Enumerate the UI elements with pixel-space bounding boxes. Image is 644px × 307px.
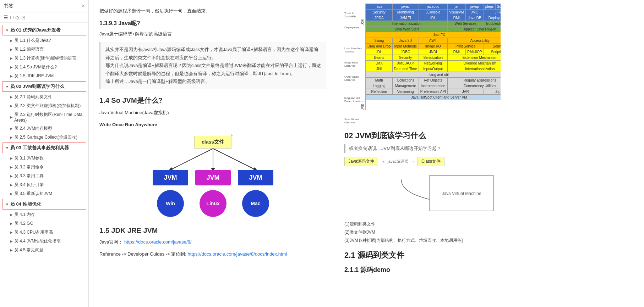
- toolbar-icon-1[interactable]: ☰: [4, 15, 8, 20]
- svg-text:Win: Win: [166, 201, 175, 206]
- bullet-icon: ▶: [10, 239, 13, 243]
- sidebar-item-3-1[interactable]: ▶员 3.1 JVM参数: [2, 154, 86, 163]
- desc-193: Java属于编译型+解释型的高级语言: [99, 30, 326, 38]
- sidebar-item-1-2[interactable]: ▶员 1.2 编程语言: [2, 45, 86, 54]
- sidebar-item-section-01[interactable]: ▼ 员 01 优秀的Java开发者: [2, 25, 86, 35]
- bullet-icon: ▶: [10, 213, 13, 217]
- jvm-box-text: Java Virtual Machine: [442, 191, 481, 196]
- sidebar-item-section-02[interactable]: ▼ 员 02 JVM到底该学习什么: [2, 81, 86, 92]
- table-cell: javac: [392, 4, 419, 10]
- sidebar-item-4-1[interactable]: ▶员 4.1 内存: [2, 210, 86, 219]
- sidebar-item-4-3[interactable]: ▶员 4.3 CPU占用率高: [2, 228, 86, 237]
- table-cell: Java HotSpot Client and Server VM: [366, 95, 501, 100]
- sidebar-item-section-03[interactable]: ▼ 员 03 工欲善其事必先利其器: [2, 143, 86, 153]
- table-cell: Deployment: [484, 15, 501, 21]
- sidebar-item-4-4[interactable]: ▶员 4.4 JVM性能优化指南: [2, 237, 86, 246]
- table-cell: Java DB: [465, 15, 484, 21]
- flow-diagram: Java源码文件 → javac编译器 → Class文件: [344, 157, 501, 166]
- sidebar-item-section-04[interactable]: ▼ 员 04 性能优化: [2, 199, 86, 210]
- reference-url-link[interactable]: https://docs.oracle.com/javase/8/docs/in…: [188, 251, 287, 257]
- bullet-icon: ▶: [10, 192, 13, 196]
- close-icon[interactable]: ×: [82, 3, 85, 9]
- table-cell: RMI: [447, 49, 465, 55]
- nav-section-02: ▼ 员 02 JVM到底该学习什么 ▶员 2.1 源码到类文件 ▶员 2.2 类…: [2, 81, 86, 142]
- table-cell: JavaFX: [366, 32, 501, 38]
- svg-line-2: [213, 149, 256, 170]
- flow-arrow-1: →: [380, 159, 385, 164]
- table-cell: Security: [392, 55, 419, 61]
- sidebar-item-3-5[interactable]: ▶员 3.5 重新认知JVM: [2, 189, 86, 198]
- jvm-flow-svg: Java Virtual Machine: [380, 172, 501, 214]
- chevron-down-icon: ▼: [5, 28, 9, 32]
- toolbar-icon-3[interactable]: ◇: [15, 15, 19, 20]
- table-cell: JDBC: [392, 49, 419, 55]
- chevron-down-icon: ▼: [5, 202, 9, 206]
- bullet-icon: ▶: [10, 95, 13, 99]
- bullet-icon: ▶: [10, 127, 13, 130]
- nav-section-01: ▼ 员 01 优秀的Java开发者 ▶员 1.1 什么是Java? ▶员 1.2…: [2, 25, 86, 80]
- table-cell: JVM TI: [392, 15, 419, 21]
- flow-target: Class文件: [417, 157, 444, 166]
- table-cell: VisualVM: [447, 10, 465, 15]
- table-row: JMX XML JAXP Networking Override Mechani…: [366, 61, 501, 66]
- sidebar-item-3-4[interactable]: ▶员 3.4 执行引擎: [2, 180, 86, 189]
- bullet-icon: ▶: [10, 156, 13, 160]
- sidebar-item-1-1[interactable]: ▶员 1.1 什么是Java?: [2, 36, 86, 45]
- table-cell: Math: [366, 78, 393, 83]
- bullet-icon: ▶: [10, 39, 13, 43]
- jvm-arrows-svg: JVM JVM JVM Win Linux Mac: [149, 149, 277, 219]
- table-cell: lang and util: [366, 72, 501, 78]
- svg-text:JVM: JVM: [249, 174, 262, 181]
- java-url-link[interactable]: https://docs.oracle.com/javase/8/: [124, 239, 191, 245]
- sidebar-item-4-2[interactable]: ▶员 4.2 GC: [2, 219, 86, 228]
- reference-text: Reference -> Developer Guides -> 定位到: ht…: [99, 250, 326, 258]
- bullet-icon: ▶: [10, 183, 13, 187]
- table-cell: Swing: [366, 38, 393, 44]
- sidebar-header: 书签 ×: [0, 0, 88, 12]
- table-cell: Preferences API: [419, 89, 447, 95]
- sidebar-item-3-2[interactable]: ▶员 3.2 常用命令: [2, 163, 86, 172]
- right-panel: Tools &Tool APIs Deployment User Interfa…: [337, 0, 508, 307]
- quote-text-1: 其实并不是因为有javac将Java源码编译成class文件，才说Java属于编…: [105, 47, 321, 84]
- sidebar-item-4-5[interactable]: ▶员 4.5 常见问题: [2, 246, 86, 255]
- sidebar-item-2-2[interactable]: ▶员 2.2 类文件到虚拟机(类加载机制): [2, 101, 86, 110]
- table-cell: JAR: [447, 89, 484, 95]
- table-cell: Instrumentation: [419, 83, 447, 89]
- table-cell: Date and Time: [392, 66, 419, 72]
- jre-bracket-label: JRE: [361, 25, 366, 110]
- table-cell: Java 2D: [392, 38, 419, 44]
- heading-193: 1.3.9.3 Java呢?: [99, 20, 326, 27]
- chevron-down-icon: ▼: [5, 85, 9, 89]
- table-row: JavaFX: [366, 32, 501, 38]
- table-cell: Input Methods: [392, 44, 419, 49]
- bullet-icon: ▶: [10, 230, 13, 234]
- sidebar: 书签 × ☰ □ ◇ ⊡ ▼ 员 01 优秀的Java开发者 ▶员 1.1 什么…: [0, 0, 89, 307]
- table-cell: Security: [366, 10, 393, 15]
- toolbar-icon-2[interactable]: □: [10, 15, 13, 20]
- java-api-table: java javac javadoc jar javap jdeps Scrip…: [366, 4, 501, 100]
- sidebar-item-3-3[interactable]: ▶员 3.3 常用工具: [2, 172, 86, 180]
- table-cell: Override Mechanism: [447, 61, 501, 66]
- bullet-icon: ▶: [10, 74, 13, 78]
- sidebar-item-2-1[interactable]: ▶员 2.1 源码到类文件: [2, 93, 86, 101]
- jvm-label: Java Virtual Machine: [344, 118, 366, 125]
- java-api-diagram: Tools &Tool APIs Deployment User Interfa…: [344, 4, 501, 125]
- table-cell: Concurrency Utilities: [447, 83, 501, 89]
- sidebar-item-2-4[interactable]: ▶员 2.4 JVM内存模型: [2, 124, 86, 133]
- table-row: Internationalization Web Services Troubl…: [366, 21, 501, 27]
- sidebar-item-2-5[interactable]: ▶员 2.5 Garbage Collect(垃圾回收): [2, 133, 86, 142]
- table-cell: IDL: [419, 15, 447, 21]
- table-row: IDL JDBC JNDI RMI RMI-IIOP Scripting: [366, 49, 501, 55]
- table-cell: jar: [447, 4, 465, 10]
- jvm-diagram: class文件 JVM JVM JVM: [99, 136, 326, 219]
- table-row: JNI Date and Time Input/Output Internati…: [366, 66, 501, 72]
- svg-text:JVM: JVM: [164, 174, 177, 181]
- intro-text: 把做好的源程序翻译一句，然后执行一句，直至结束。: [99, 7, 326, 15]
- sidebar-item-1-3[interactable]: ▶员 1.3 计算机(硬件)能够懂的语言: [2, 54, 86, 63]
- toolbar-icon-4[interactable]: ⊡: [21, 15, 26, 20]
- desc-14: Java Virtual Machine(Java虚拟机): [99, 109, 326, 117]
- sidebar-item-1-5[interactable]: ▶员 1.5 JDK JRE JVM: [2, 72, 86, 80]
- sidebar-item-1-4[interactable]: ▶员 1.4 So JVM是什么?: [2, 63, 86, 72]
- bullet-icon: ▶: [10, 65, 13, 69]
- sidebar-item-2-3[interactable]: ▶员 2.3 运行时数据区(Run-Time Data Areas): [2, 110, 86, 124]
